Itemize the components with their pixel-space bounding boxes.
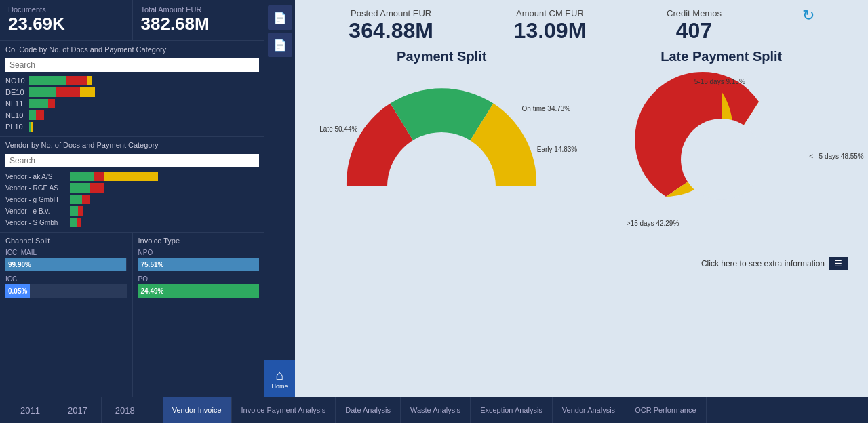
nav-tab[interactable]: Vendor Invoice — [163, 397, 232, 423]
home-button[interactable]: ⌂ Home — [264, 360, 295, 397]
vendor-bar-track — [70, 206, 259, 216]
home-button-label: Home — [271, 383, 288, 390]
late-payment-title: Late Payment Split — [660, 49, 782, 64]
cocode-bar-label: PL10 — [5, 123, 29, 131]
vendor-bar-segment — [70, 183, 90, 193]
cocode-bar-segment — [48, 99, 55, 108]
nav-tab[interactable]: Vendor Analysis — [553, 397, 625, 423]
metric-credit-memos-label: Credit Memos — [667, 8, 722, 18]
cocode-bar-chart: NO10DE10NL11NL10PL10 — [0, 75, 264, 136]
vendor-section-title: Vendor by No. of Docs and Payment Catego… — [0, 136, 264, 151]
cocode-bar-label: NL10 — [5, 111, 29, 119]
cocode-bar-segment — [29, 110, 36, 120]
vendor-bar-row: Vendor - e B.v. — [5, 206, 259, 216]
late-label: Late 50.44% — [319, 125, 357, 133]
vendor-bar-label: Vendor - e B.v. — [5, 207, 70, 215]
home-icon: ⌂ — [275, 367, 283, 383]
year-tab[interactable]: 2018 — [102, 397, 149, 423]
cocode-bar-segment — [36, 110, 44, 120]
kpi-documents: Documents 23.69K — [0, 0, 133, 40]
channel-row: ICC0.05% — [5, 275, 127, 298]
vendor-bar-row: Vendor - RGE AS — [5, 183, 259, 193]
cocode-bar-row: NO10 — [5, 76, 259, 85]
extra-info-link[interactable]: Click here to see extra information ☰ — [701, 257, 848, 270]
metric-amount-cm-value: 13.09M — [514, 18, 587, 43]
nav-tab[interactable]: Waste Analysis — [401, 397, 471, 423]
extra-info-text: Click here to see extra information — [701, 259, 825, 268]
cocode-bar-segment — [80, 87, 95, 97]
vendor-bar-row: Vendor - g GmbH — [5, 195, 259, 204]
early-label: Early 14.83% — [537, 146, 577, 153]
top-area: Documents 23.69K Total Amount EUR 382.68… — [0, 0, 868, 397]
vendor-bar-track — [70, 218, 259, 227]
cocode-bar-segment — [29, 87, 56, 97]
channel-name: ICC_MAIL — [5, 249, 127, 256]
nav-tab[interactable]: Invoice Payment Analysis — [232, 397, 336, 423]
invoice-rows: NPO75.51%PO24.49% — [138, 249, 260, 298]
nav-tab[interactable]: OCR Performance — [625, 397, 706, 423]
svg-point-0 — [681, 119, 762, 200]
cocode-bar-label: DE10 — [5, 88, 29, 96]
year-tab[interactable]: 2017 — [54, 397, 102, 423]
vendor-bar-segment — [70, 195, 82, 204]
payment-split-section: Payment Split — [309, 49, 575, 390]
cocode-bar-segment — [87, 76, 92, 85]
metric-posted-amount: Posted Amount EUR 364.88M — [349, 8, 433, 43]
cocode-bar-segment — [56, 87, 80, 97]
vendor-bar-row: Vendor - S Gmbh — [5, 218, 259, 227]
invoice-name: NPO — [138, 249, 260, 256]
side-icons: 📄 📄 ⌂ Home — [264, 0, 295, 397]
vendor-bar-track — [70, 172, 259, 181]
cocode-bar-track — [29, 110, 259, 120]
npo-icon[interactable]: 📄 — [268, 5, 292, 30]
vendor-search-input[interactable] — [5, 154, 259, 167]
right-top-metrics: Posted Amount EUR 364.88M Amount CM EUR … — [295, 0, 868, 49]
invoice-type-label: Invoice Type — [138, 237, 260, 245]
main-container: Documents 23.69K Total Amount EUR 382.68… — [0, 0, 868, 423]
channel-bar-fill: 0.05% — [5, 284, 30, 298]
kpi-documents-label: Documents — [8, 5, 124, 14]
vendor-bar-segment — [78, 206, 83, 216]
kpi-documents-value: 23.69K — [8, 14, 124, 35]
metric-amount-cm: Amount CM EUR 13.09M — [514, 8, 587, 43]
po-icon[interactable]: 📄 — [268, 33, 292, 57]
vendor-bar-segment — [90, 183, 104, 193]
channel-split-label: Channel Split — [5, 237, 127, 245]
vendor-bar-label: Vendor - ak A/S — [5, 173, 70, 180]
vendor-bar-segment — [70, 172, 94, 181]
vendor-bar-segment — [82, 195, 90, 204]
cocode-bar-row: NL10 — [5, 110, 259, 120]
late-payment-section: Late Payment Split — [589, 49, 855, 390]
channel-name: ICC — [5, 275, 127, 283]
extra-info-icon: ☰ — [829, 257, 848, 270]
channel-bar-fill: 99.90% — [5, 258, 126, 271]
nav-tab[interactable]: Date Analysis — [336, 397, 401, 423]
invoice-bar-track: 24.49% — [138, 284, 260, 298]
vendor-bar-label: Vendor - g GmbH — [5, 196, 70, 203]
channel-split: Channel Split ICC_MAIL99.90%ICC0.05% — [0, 233, 133, 397]
cocode-bar-track — [29, 122, 259, 132]
cocode-bar-track — [29, 76, 259, 85]
payment-split-chart — [340, 71, 543, 207]
channel-bar-track: 99.90% — [5, 258, 127, 271]
channel-row: ICC_MAIL99.90% — [5, 249, 127, 271]
cocode-search-input[interactable] — [5, 58, 259, 72]
cocode-bar-segment — [66, 76, 87, 85]
vendor-bar-segment — [70, 218, 77, 227]
refresh-icon[interactable]: ↻ — [802, 7, 814, 24]
cocode-bar-track — [29, 87, 259, 97]
metric-credit-memos-value: 407 — [667, 18, 722, 43]
nav-tabs: Vendor InvoiceInvoice Payment AnalysisDa… — [149, 397, 868, 423]
on-time-label: On time 34.73% — [522, 105, 571, 113]
cocode-bar-row: DE10 — [5, 87, 259, 97]
bottom-nav: 201120172018 Vendor InvoiceInvoice Payme… — [0, 397, 868, 423]
metric-posted-amount-value: 364.88M — [349, 18, 433, 43]
nav-tab[interactable]: Exception Analysis — [471, 397, 553, 423]
cocode-bar-segment — [29, 76, 66, 85]
year-tabs: 201120172018 — [0, 397, 149, 423]
kpi-row: Documents 23.69K Total Amount EUR 382.68… — [0, 0, 264, 41]
fifteen-plus-label: >15 days 42.29% — [627, 220, 679, 227]
invoice-row: NPO75.51% — [138, 249, 260, 271]
vendor-bar-label: Vendor - RGE AS — [5, 184, 70, 192]
year-tab[interactable]: 2011 — [7, 397, 54, 423]
